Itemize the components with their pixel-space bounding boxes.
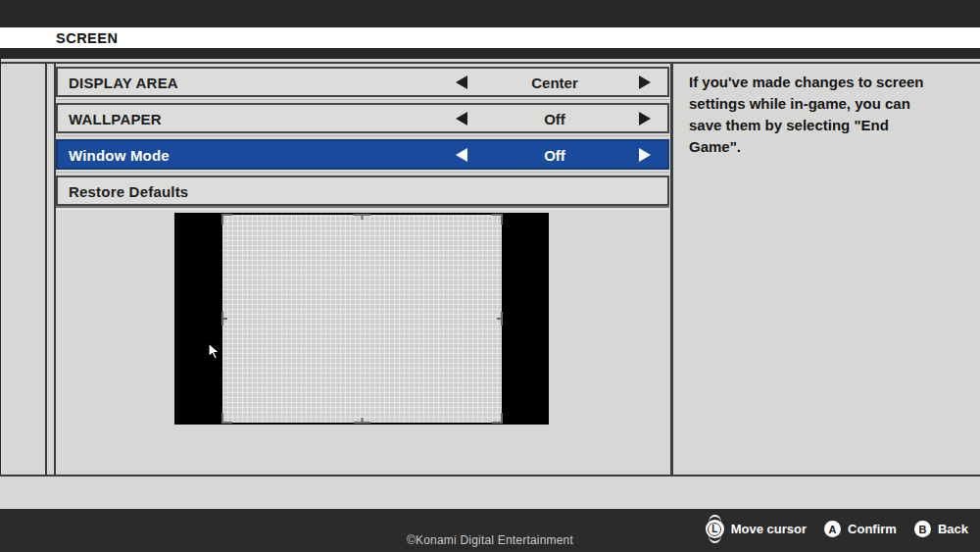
increase-arrow-icon[interactable] (639, 148, 651, 162)
settings-list: DISPLAY AREA Center WALLPAPER Off Window… (56, 67, 669, 212)
top-bar (0, 0, 980, 27)
help-line: Game". (689, 136, 965, 158)
increase-arrow-icon[interactable] (639, 112, 651, 125)
content-top-rule (0, 62, 980, 64)
help-line: settings while in-game, you can (689, 93, 965, 115)
page-title: SCREEN (0, 30, 118, 46)
bottom-bar: ©Konami Digital Entertainment L Move cur… (0, 509, 980, 552)
content-bottom-rule (0, 475, 980, 477)
title-bar: SCREEN (0, 27, 980, 48)
row-label: WALLPAPER (69, 110, 162, 126)
crop-markers (174, 213, 549, 425)
help-line: save them by selecting "End (689, 115, 965, 136)
button-hints: L Move cursor A Confirm B Back (706, 520, 968, 538)
settings-row-window-mode[interactable]: Window Mode Off (56, 139, 669, 170)
b-button-icon: B (914, 521, 931, 537)
hint-confirm: A Confirm (824, 521, 897, 537)
row-value: Center (496, 74, 613, 90)
left-vertical-rule-outer (45, 64, 47, 476)
decrease-arrow-icon[interactable] (456, 148, 467, 162)
rows-separator-rule (56, 206, 669, 208)
settings-row-wallpaper[interactable]: WALLPAPER Off (56, 103, 669, 133)
settings-row-display-area[interactable]: DISPLAY AREA Center (56, 67, 669, 97)
row-label: Window Mode (69, 146, 170, 163)
increase-arrow-icon[interactable] (639, 75, 651, 89)
screen-settings-page: SCREEN DISPLAY AREA Center WALLPAPER Off… (0, 0, 980, 552)
decrease-arrow-icon[interactable] (456, 75, 467, 89)
hint-label: Move cursor (731, 522, 807, 536)
row-value: Off (496, 110, 613, 126)
hint-label: Back (938, 522, 968, 536)
screen-preview (174, 213, 549, 425)
row-label: Restore Defaults (69, 182, 188, 199)
left-stick-icon: L (706, 520, 724, 538)
hint-move-cursor: L Move cursor (706, 520, 807, 538)
settings-row-restore-defaults[interactable]: Restore Defaults (56, 176, 669, 206)
row-label: DISPLAY AREA (69, 74, 178, 90)
left-edge-line (0, 59, 1, 476)
a-button-icon: A (824, 521, 841, 537)
decrease-arrow-icon[interactable] (456, 112, 467, 125)
mouse-cursor-icon (208, 342, 220, 360)
row-value: Off (496, 146, 613, 163)
help-text: If you've made changes to screen setting… (689, 72, 965, 158)
title-underline-band (0, 48, 980, 59)
help-line: If you've made changes to screen (689, 72, 965, 93)
hint-back: B Back (914, 521, 968, 537)
hint-label: Confirm (848, 522, 897, 536)
help-panel-divider (670, 64, 673, 476)
